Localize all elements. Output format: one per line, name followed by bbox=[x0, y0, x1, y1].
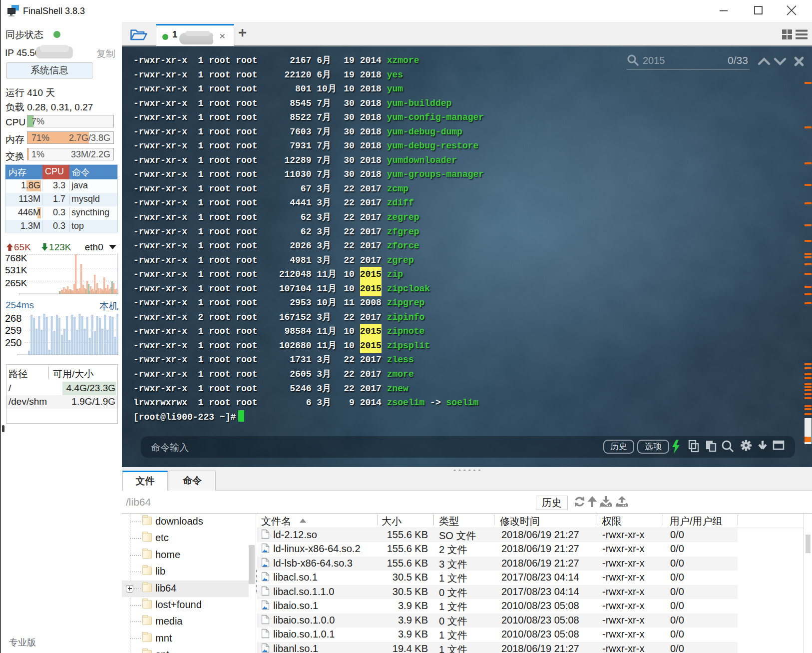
svg-text:268: 268 bbox=[5, 313, 21, 324]
svg-text:250: 250 bbox=[5, 337, 21, 348]
svg-text:768K: 768K bbox=[5, 253, 27, 263]
svg-text:259: 259 bbox=[5, 325, 21, 336]
svg-text:265K: 265K bbox=[5, 278, 27, 288]
svg-text:531K: 531K bbox=[5, 265, 27, 275]
